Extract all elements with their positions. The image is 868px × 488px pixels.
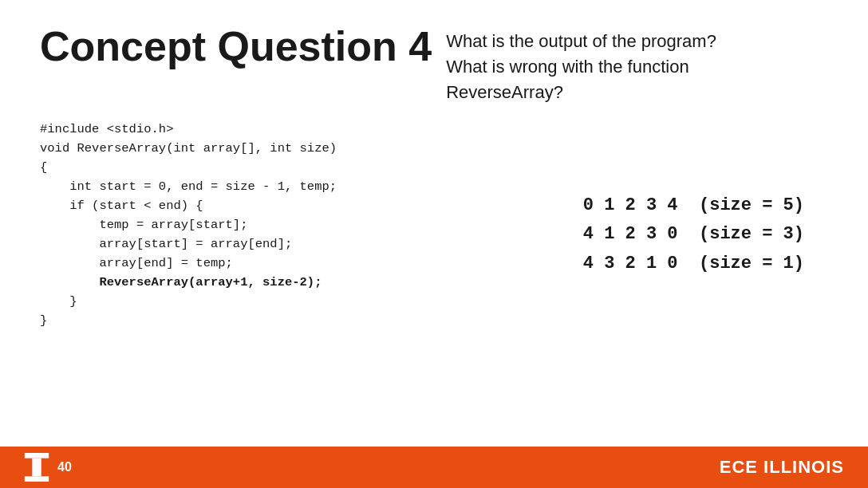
code-line-3: { [40, 158, 828, 177]
brand-label: ECE ILLINOIS [720, 457, 844, 478]
header-row: Concept Question 4 What is the output of… [40, 24, 828, 105]
bottom-bar: 40 ECE ILLINOIS [0, 447, 868, 488]
logo-area: 40 [24, 453, 72, 482]
svg-rect-0 [25, 453, 49, 458]
svg-rect-1 [32, 458, 41, 477]
output-line-2: 4 1 2 3 0 (size = 3) [583, 220, 804, 249]
question-line2: What is wrong with the function [446, 57, 688, 77]
code-line-11: } [40, 311, 828, 330]
page-number: 40 [57, 460, 72, 474]
question-line3: ReverseArray? [446, 82, 563, 102]
output-line-3: 4 3 2 1 0 (size = 1) [583, 250, 804, 278]
svg-rect-2 [25, 476, 49, 482]
question-text: What is the output of the program? What … [446, 24, 716, 105]
question-line1: What is the output of the program? [446, 31, 716, 51]
code-line-2: void ReverseArray(int array[], int size) [40, 139, 828, 158]
output-line-1: 0 1 2 3 4 (size = 5) [583, 191, 804, 220]
code-line-1: #include <stdio.h> [40, 120, 828, 139]
code-line-10: } [40, 292, 828, 311]
illinois-logo-icon [24, 453, 49, 482]
output-section: 0 1 2 3 4 (size = 5) 4 1 2 3 0 (size = 3… [583, 191, 804, 278]
slide-title: Concept Question 4 [40, 24, 432, 69]
